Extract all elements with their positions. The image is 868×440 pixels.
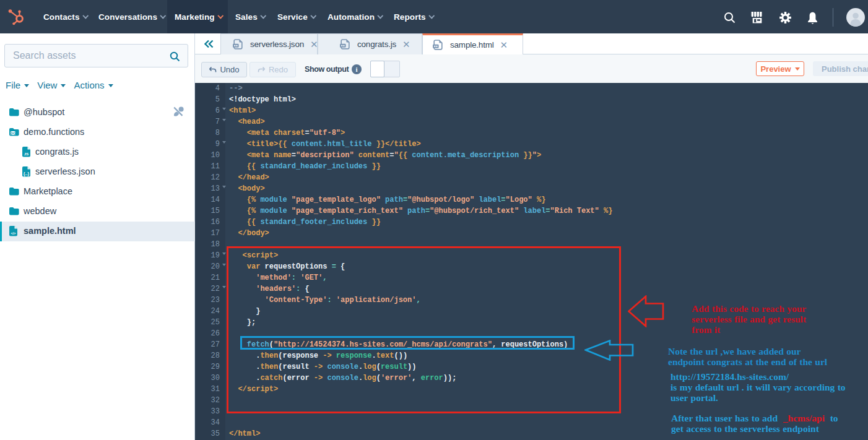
svg-text:{..}: {..} bbox=[24, 171, 30, 176]
svg-text:JS: JS bbox=[24, 152, 28, 156]
svg-text:{x}: {x} bbox=[11, 131, 16, 135]
svg-text:</>: </> bbox=[11, 231, 16, 235]
